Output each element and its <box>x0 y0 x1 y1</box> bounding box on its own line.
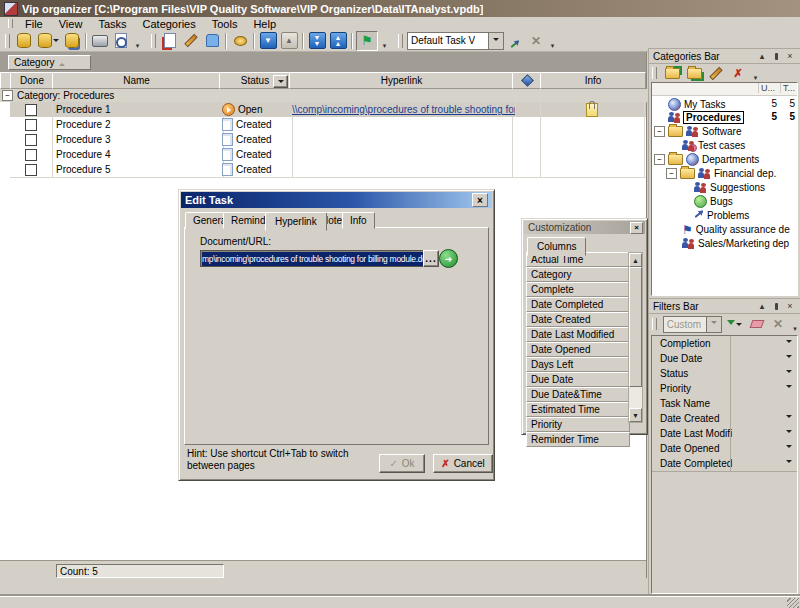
scrollbar-thumb[interactable] <box>629 267 642 387</box>
column-header-done[interactable]: Done <box>10 72 54 89</box>
cell-done[interactable] <box>10 102 53 117</box>
cell-info[interactable] <box>540 132 645 147</box>
column-item[interactable]: Due Date <box>526 372 630 387</box>
table-row[interactable]: Procedure 1 Open \\comp\incoming\procedu… <box>10 102 646 118</box>
clear-filter-button[interactable] <box>748 316 766 332</box>
column-header-hyperlink[interactable]: Hyperlink <box>289 72 514 89</box>
pin-icon[interactable] <box>770 51 782 62</box>
filter-dropdown-button[interactable] <box>782 412 796 424</box>
column-header-uncompleted[interactable]: U... <box>758 83 775 93</box>
filter-row-status[interactable]: Status <box>652 366 797 382</box>
hyperlink-text[interactable]: \\comp\incoming\procedures of trouble sh… <box>292 104 515 115</box>
collapse-node-icon[interactable]: − <box>666 168 677 179</box>
cell-status[interactable]: Created <box>219 117 293 132</box>
column-item[interactable]: Due Date&Time <box>526 387 630 402</box>
tree-item-software[interactable]: − Software <box>652 125 797 138</box>
done-checkbox[interactable] <box>25 104 37 116</box>
assign-task-button[interactable] <box>202 32 222 50</box>
toolbar-grip[interactable] <box>5 34 10 48</box>
tab-columns[interactable]: Columns <box>527 237 586 256</box>
filter-row-task-name[interactable]: Task Name <box>652 396 797 412</box>
cell-info[interactable] <box>540 162 645 177</box>
column-item[interactable]: Complete <box>526 282 630 297</box>
table-row[interactable]: Procedure 4 Created <box>10 147 646 163</box>
collapse-group-icon[interactable]: − <box>2 90 13 101</box>
expand-all-button[interactable]: ▼▼ <box>307 32 327 50</box>
scrollbar[interactable]: ▲ ▼ <box>628 252 643 423</box>
tree-item-departments[interactable]: − Departments <box>652 153 797 166</box>
menu-grip[interactable] <box>8 19 13 28</box>
toolbar-overflow-button[interactable]: ▾ <box>750 64 761 82</box>
menu-tools[interactable]: Tools <box>205 17 245 31</box>
apply-view-button[interactable] <box>505 32 525 50</box>
cell-hyperlink[interactable] <box>289 162 513 177</box>
column-header-name[interactable]: Name <box>52 72 221 89</box>
tab-info[interactable]: Info <box>342 212 375 229</box>
scroll-down-button[interactable]: ▼ <box>629 408 642 422</box>
filter-row-priority[interactable]: Priority <box>652 381 797 397</box>
save-database-button[interactable] <box>62 32 82 50</box>
cell-priority-flag[interactable] <box>512 147 541 162</box>
menu-file[interactable]: File <box>18 17 50 31</box>
cell-hyperlink[interactable] <box>289 117 513 132</box>
chevron-down-icon[interactable] <box>706 317 721 332</box>
tree-item-procedures[interactable]: Procedures 5 5 <box>652 111 797 124</box>
new-task-button[interactable] <box>160 32 180 50</box>
cell-priority-flag[interactable] <box>512 132 541 147</box>
table-row[interactable]: Procedure 2 Created <box>10 117 646 133</box>
tree-item-bugs[interactable]: Bugs <box>652 195 797 208</box>
menu-view[interactable]: View <box>52 17 90 31</box>
complete-task-button[interactable] <box>230 32 250 50</box>
column-item[interactable]: Date Created <box>526 312 630 327</box>
customization-titlebar[interactable]: Customization × <box>524 221 645 234</box>
move-down-button[interactable]: ▼ <box>258 32 278 50</box>
done-checkbox[interactable] <box>25 119 37 131</box>
tree-item-test-cases[interactable]: Test cases <box>652 139 797 152</box>
tree-item-financial-dep[interactable]: − Financial dep. <box>652 167 797 180</box>
collapse-panel-icon[interactable]: ▴ <box>756 51 768 62</box>
column-item[interactable]: Date Completed <box>526 297 630 312</box>
toolbar-grip[interactable] <box>652 67 657 79</box>
cancel-button[interactable]: ✗Cancel <box>433 454 493 473</box>
print-button[interactable] <box>90 32 110 50</box>
toolbar-overflow-button[interactable]: ▾ <box>379 32 390 50</box>
filter-dropdown-button[interactable] <box>782 442 796 454</box>
column-item[interactable]: Priority <box>526 417 630 432</box>
filter-row-due-date[interactable]: Due Date <box>652 351 797 367</box>
cell-status[interactable]: Created <box>219 132 293 147</box>
resize-grip[interactable] <box>787 598 799 608</box>
cell-priority-flag[interactable] <box>512 102 541 117</box>
group-by-category-box[interactable]: Category <box>8 55 91 70</box>
collapse-panel-icon[interactable]: ▴ <box>756 301 768 312</box>
column-item[interactable]: Date Opened <box>526 342 630 357</box>
column-header-status[interactable]: Status <box>219 72 291 89</box>
close-icon[interactable]: × <box>784 301 796 312</box>
column-header-info[interactable]: Info <box>540 72 646 89</box>
task-view-combobox[interactable]: Default Task V <box>407 32 504 50</box>
category-group-row[interactable]: − Category: Procedures <box>0 89 648 103</box>
cell-done[interactable] <box>10 117 53 132</box>
edit-task-button[interactable] <box>181 32 201 50</box>
tree-item-suggestions[interactable]: Suggestions <box>652 181 797 194</box>
column-item[interactable]: Date Last Modified <box>526 327 630 342</box>
filter-dropdown-button[interactable] <box>782 352 796 364</box>
cell-info[interactable] <box>540 147 645 162</box>
menu-categories[interactable]: Categories <box>136 17 203 31</box>
print-preview-button[interactable] <box>111 32 131 50</box>
done-checkbox[interactable] <box>25 134 37 146</box>
cell-done[interactable] <box>10 162 53 177</box>
cell-hyperlink[interactable] <box>289 132 513 147</box>
filter-row-completion[interactable]: Completion <box>652 336 797 352</box>
add-category-button[interactable] <box>662 65 682 81</box>
open-database-button[interactable] <box>35 32 61 50</box>
cell-priority-flag[interactable] <box>512 162 541 177</box>
toolbar-overflow-button[interactable]: ▾ <box>547 32 558 50</box>
filter-preset-combobox[interactable]: Custom <box>663 316 722 333</box>
menu-tasks[interactable]: Tasks <box>91 17 133 31</box>
cell-done[interactable] <box>10 132 53 147</box>
apply-filter-button[interactable] <box>725 316 745 332</box>
collapse-node-icon[interactable]: − <box>654 126 665 137</box>
ok-button[interactable]: ✓Ok <box>379 454 425 473</box>
browse-button[interactable]: ... <box>423 250 439 267</box>
cell-info[interactable] <box>540 117 645 132</box>
